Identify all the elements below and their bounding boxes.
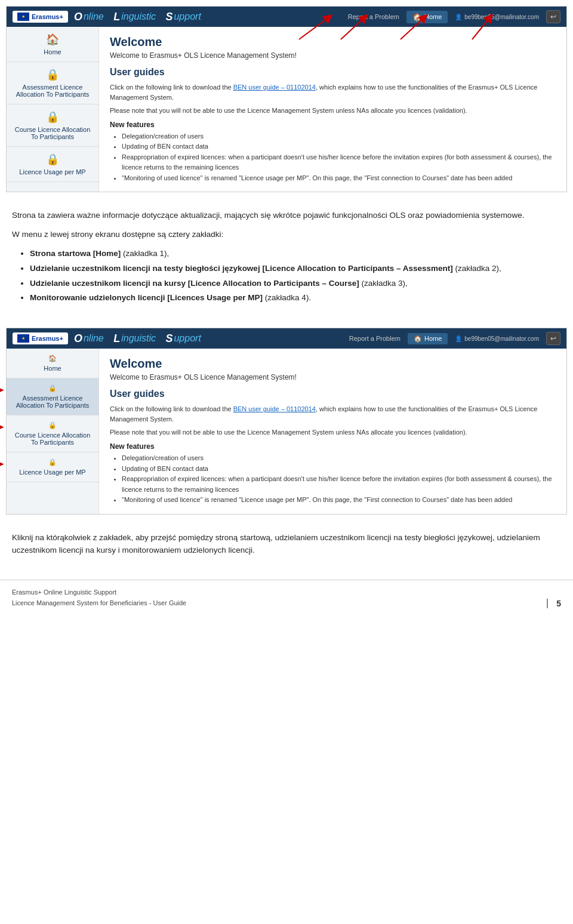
erasmus-logo-text: Erasmus+: [32, 13, 63, 20]
sidebar2-item-course[interactable]: 🔒 Course Licence Allocation To Participa…: [7, 415, 98, 452]
home-label: Home: [424, 13, 442, 20]
sidebar2-assessment-label: Assessment Licence Allocation To Partici…: [11, 395, 94, 409]
ols-header: ★ Erasmus+ Online Linguistic Support Rep…: [7, 7, 566, 27]
ols-spacer1: [105, 11, 107, 22]
home-icon: 🏠: [412, 13, 422, 21]
erasmus-logo2: ★ Erasmus+: [13, 332, 68, 344]
bullet-0-rest: (zakładka 1),: [121, 249, 169, 258]
nav-right: Report a Problem 🏠 Home 👤 be99ben05@mail…: [348, 10, 560, 23]
logout-button[interactable]: ↩: [546, 10, 560, 23]
course-icon2: 🔒: [48, 421, 57, 429]
assessment-icon2: 🔒: [48, 384, 57, 392]
main-content2: Welcome Welcome to Erasmus+ OLS Licence …: [99, 349, 566, 513]
ols-title-inguistic: inguistic: [121, 11, 156, 22]
ols-title2-upport: upport: [174, 333, 201, 344]
home-nav-icon2: 🏠: [48, 355, 57, 362]
home-button2[interactable]: 🏠 Home: [408, 333, 448, 344]
licence-icon2: 🔒: [48, 458, 57, 466]
home-label2: Home: [424, 335, 442, 342]
spacer2-2: [157, 333, 159, 344]
home-button[interactable]: 🏠 Home: [406, 11, 448, 23]
footer-line2: Licence Management System for Beneficiar…: [12, 598, 186, 609]
paragraph1: Strona ta zawiera ważne informacje dotyc…: [12, 209, 561, 222]
note-text: Please note that you will not be able to…: [110, 106, 556, 116]
paragraph2intro: W menu z lewej strony ekranu dostępne są…: [12, 228, 561, 241]
window-body: 🏠 Home 🔒 Assessment Licence Allocation T…: [7, 27, 566, 192]
new-features-title: New features: [110, 121, 556, 129]
sidebar-item-home[interactable]: 🏠 Home: [7, 27, 98, 62]
ols-title: Online Linguistic Support: [74, 11, 342, 23]
sidebar2-course-label: Course Licence Allocation To Participant…: [11, 432, 94, 446]
ols-title2-inguistic: inguistic: [121, 333, 156, 344]
sidebar-item-licence-usage[interactable]: 🔒 Licence Usage per MP: [7, 147, 98, 182]
sidebar-course-label: Course Licence Allocation To Participant…: [11, 126, 94, 140]
footer: Erasmus+ Online Linguistic Support Licen…: [0, 580, 573, 615]
feature2-item-2: Reappropriation of expired licences: whe…: [122, 474, 556, 495]
sidebar2-licence-label: Licence Usage per MP: [19, 469, 85, 476]
bullet-3: Monitorowanie udzielonych licencji [Lice…: [30, 291, 561, 305]
ols-title2-l: L: [113, 332, 120, 345]
note-text2: Please note that you will not be able to…: [110, 427, 556, 438]
sidebar2-item-assessment[interactable]: 🔒 Assessment Licence Allocation To Parti…: [7, 378, 98, 415]
sidebar2-item-licence[interactable]: 🔒 Licence Usage per MP ➤: [7, 452, 98, 482]
welcome-text2: Welcome to Erasmus+ OLS Licence Manageme…: [110, 373, 556, 381]
spacer2-1: [105, 333, 107, 344]
feature-list2: Delegation/creation of users Updating of…: [122, 453, 556, 506]
feature-item-0: Delegation/creation of users: [122, 131, 556, 142]
bullet-1-rest: (zakładka 2),: [453, 264, 501, 273]
erasmus-logo-text2: Erasmus+: [32, 335, 63, 342]
window-body2: 🏠 Home 🔒 Assessment Licence Allocation T…: [7, 349, 566, 513]
guide-link[interactable]: BEN user guide – 01102014: [233, 84, 316, 91]
footer-page-number: 5: [547, 599, 561, 608]
guide-text1b: Click on the following link to download …: [110, 405, 233, 412]
ols-title2-s: S: [165, 332, 172, 345]
ols-title2-o: O: [74, 332, 82, 345]
feature-list: Delegation/creation of users Updating of…: [122, 131, 556, 184]
sidebar-assessment-label: Assessment Licence Allocation To Partici…: [11, 84, 94, 98]
welcome-title2: Welcome: [110, 357, 556, 371]
bullet-2-rest: (zakładka 3),: [359, 279, 408, 288]
bullet-0-bold: Strona startowa [Home]: [30, 249, 121, 258]
ols-title2-nline: nline: [84, 333, 104, 344]
user-info: 👤 be99ben05@mailinator.com: [455, 14, 539, 20]
assessment-icon: 🔒: [46, 68, 59, 81]
feature2-item-0: Delegation/creation of users: [122, 453, 556, 464]
ols-title2: Online Linguistic Support: [74, 332, 343, 345]
licence-usage-icon: 🔒: [46, 153, 59, 166]
guide-paragraph2: Click on the following link to download …: [110, 404, 556, 424]
bullet-1: Udzielanie uczestnikom licencji na testy…: [30, 262, 561, 276]
feature-item-1: Updating of BEN contact data: [122, 141, 556, 152]
sidebar-licence-usage-label: Licence Usage per MP: [19, 168, 85, 175]
guide-link2[interactable]: BEN user guide – 01102014: [233, 405, 316, 412]
bullet-3-bold: Monitorowanie udzielonych licencji [Lice…: [30, 293, 263, 302]
user-guides-title2: User guides: [110, 389, 556, 399]
ols-title-upport: upport: [174, 11, 201, 22]
guide-text1: Click on the following link to download …: [110, 84, 233, 91]
bullet-2-bold: Udzielanie uczestnikom licencji na kursy…: [30, 279, 359, 288]
sidebar-item-course[interactable]: 🔒 Course Licence Allocation To Participa…: [7, 104, 98, 147]
home-nav-icon: 🏠: [46, 33, 59, 46]
sidebar2-item-home[interactable]: 🏠 Home: [7, 349, 98, 378]
main-content: Welcome Welcome to Erasmus+ OLS Licence …: [99, 27, 566, 192]
report-problem-link[interactable]: Report a Problem: [348, 13, 399, 20]
home-icon2: 🏠: [414, 335, 422, 343]
ols-spacer2: [157, 11, 159, 22]
course-icon: 🔒: [46, 110, 59, 124]
bullet-0: Strona startowa [Home] (zakładka 1),: [30, 247, 561, 261]
second-ols-window: ★ Erasmus+ Online Linguistic Support Rep…: [6, 328, 567, 514]
logout-button2[interactable]: ↩: [546, 332, 560, 345]
bullet-1-bold: Udzielanie uczestnikom licencji na testy…: [30, 264, 453, 273]
report-problem2[interactable]: Report a Problem: [349, 335, 401, 342]
sidebar-item-assessment[interactable]: 🔒 Assessment Licence Allocation To Parti…: [7, 62, 98, 104]
footer-line1: Erasmus+ Online Linguistic Support: [12, 587, 186, 598]
user-icon2: 👤: [455, 335, 462, 342]
bottom-text-section: Kliknij na którąkolwiek z zakładek, aby …: [0, 520, 573, 574]
nav-right2: Report a Problem 🏠 Home 👤 be99ben05@mail…: [349, 332, 560, 345]
new-features-title2: New features: [110, 442, 556, 451]
ols-title-o: O: [74, 11, 82, 23]
feature-item-3: "Monitoring of used licence" is renamed …: [122, 173, 556, 184]
paragraph3: Kliknij na którąkolwiek z zakładek, aby …: [12, 531, 561, 557]
guide-paragraph: Click on the following link to download …: [110, 82, 556, 102]
sidebar2-home-label: Home: [44, 365, 61, 372]
red-arrow-licence: ➤: [0, 458, 4, 470]
